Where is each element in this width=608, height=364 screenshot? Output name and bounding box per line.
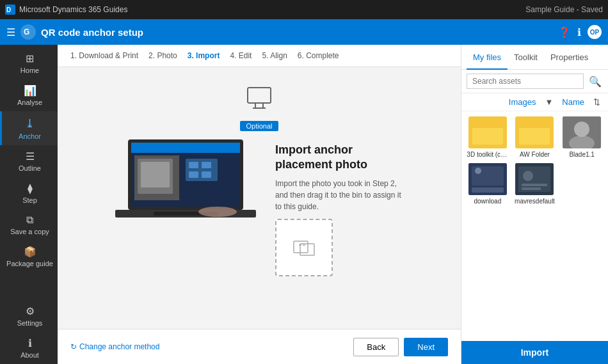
titlebar-left: D Microsoft Dynamics 365 Guides bbox=[5, 4, 127, 15]
svg-rect-24 bbox=[300, 244, 314, 255]
bottom-bar: ↻ Change anchor method Back Next bbox=[58, 329, 461, 364]
folder-thumb-3d-toolkit bbox=[468, 116, 507, 148]
main-layout: ⊞ Home 📊 Analyse ⤓ Anchor ☰ Outline ⧫ St… bbox=[0, 45, 608, 364]
main-content: 1. Download & Print 2. Photo 3. Import 4… bbox=[58, 45, 461, 364]
svg-point-36 bbox=[523, 171, 533, 181]
search-input[interactable] bbox=[467, 74, 584, 89]
sidebar-spacer bbox=[0, 273, 58, 300]
change-anchor-link[interactable]: ↻ Change anchor method bbox=[70, 342, 159, 351]
import-description: Import the photo you took in Step 2, and… bbox=[275, 178, 403, 212]
titlebar: D Microsoft Dynamics 365 Guides Sample G… bbox=[0, 0, 608, 19]
svg-point-15 bbox=[198, 207, 237, 217]
sidebar-label-outline: Outline bbox=[19, 164, 41, 172]
tab-properties[interactable]: Properties bbox=[544, 45, 595, 70]
nav-buttons: Back Next bbox=[353, 338, 448, 356]
sidebar-label-save-copy: Save a copy bbox=[10, 228, 49, 235]
svg-rect-38 bbox=[522, 187, 541, 190]
svg-point-28 bbox=[574, 122, 589, 137]
step-edit[interactable]: 4. Edit bbox=[230, 51, 252, 60]
sidebar-item-home[interactable]: ⊞ Home bbox=[0, 47, 58, 79]
guides-logo: G bbox=[20, 24, 36, 40]
svg-rect-22 bbox=[141, 162, 170, 187]
change-anchor-icon: ↻ bbox=[70, 342, 77, 351]
step-align[interactable]: 5. Align bbox=[262, 51, 287, 60]
asset-blade1[interactable]: ▶ Blade1.1 bbox=[561, 116, 603, 158]
sort-button[interactable]: ⇅ bbox=[591, 96, 603, 108]
laptop-illustration bbox=[115, 136, 256, 219]
app-title: Microsoft Dynamics 365 Guides bbox=[19, 5, 127, 14]
next-button[interactable]: Next bbox=[404, 338, 448, 356]
tab-toolkit[interactable]: Toolkit bbox=[508, 45, 544, 70]
sidebar-item-save-copy[interactable]: ⧉ Save a copy bbox=[0, 209, 58, 241]
svg-rect-19 bbox=[189, 171, 198, 178]
img-thumb-blade1: ▶ bbox=[563, 116, 601, 148]
dynamics-logo: D bbox=[5, 4, 15, 15]
step-complete[interactable]: 6. Complete bbox=[298, 51, 339, 60]
sidebar-item-step[interactable]: ⧫ Step bbox=[0, 177, 58, 209]
asset-label-download: download bbox=[474, 198, 501, 205]
text-area: Import anchor placement photo Import the… bbox=[275, 143, 403, 212]
tab-my-files[interactable]: My files bbox=[467, 45, 508, 70]
svg-text:G: G bbox=[24, 28, 29, 36]
sidebar-item-package-guide[interactable]: 📦 Package guide bbox=[0, 241, 58, 273]
info-icon[interactable]: ℹ bbox=[577, 26, 581, 38]
img-thumb-mavresdefault: ▶ bbox=[515, 163, 554, 195]
asset-label-blade1: Blade1.1 bbox=[569, 151, 594, 158]
change-anchor-label: Change anchor method bbox=[79, 342, 159, 351]
save-copy-icon: ⧉ bbox=[26, 214, 33, 226]
step-icon: ⧫ bbox=[28, 182, 33, 194]
asset-mavresdefault[interactable]: ▶ mavresdefault bbox=[514, 163, 556, 205]
analyse-icon: 📊 bbox=[24, 84, 36, 97]
asset-label-aw: AW Folder bbox=[520, 151, 550, 158]
optional-badge: Optional bbox=[240, 121, 279, 131]
doc-title: Sample Guide - Saved bbox=[525, 5, 603, 14]
about-icon: ℹ bbox=[28, 337, 32, 349]
content-area: Optional bbox=[58, 67, 461, 329]
svg-rect-37 bbox=[522, 184, 547, 186]
svg-point-32 bbox=[475, 168, 481, 174]
import-button[interactable]: Import bbox=[461, 341, 608, 364]
svg-rect-17 bbox=[189, 162, 198, 168]
user-avatar[interactable]: OP bbox=[588, 25, 602, 39]
outline-icon: ☰ bbox=[26, 150, 35, 162]
filter-button[interactable]: ▼ bbox=[542, 96, 556, 108]
sidebar-label-settings: Settings bbox=[17, 319, 43, 327]
help-circle-icon[interactable]: ❓ bbox=[558, 26, 571, 38]
asset-3d-toolkit[interactable]: 3D toolkit (custom) bbox=[467, 116, 509, 158]
name-view-button[interactable]: Name bbox=[559, 96, 587, 108]
images-view-button[interactable]: Images bbox=[506, 96, 539, 108]
content-main: Optional bbox=[115, 80, 403, 316]
asset-aw-folder[interactable]: AW Folder bbox=[514, 116, 556, 158]
step-import[interactable]: 3. Import bbox=[188, 51, 220, 60]
svg-text:D: D bbox=[6, 6, 11, 13]
sidebar-item-analyse[interactable]: 📊 Analyse bbox=[0, 79, 58, 111]
home-icon: ⊞ bbox=[26, 52, 34, 65]
app-header-title: QR code anchor setup bbox=[41, 27, 143, 38]
asset-download[interactable]: ▶ download bbox=[467, 163, 509, 205]
step-download[interactable]: 1. Download & Print bbox=[70, 51, 138, 60]
asset-label-mavresdefault: mavresdefault bbox=[515, 198, 555, 205]
assets-grid: 3D toolkit (custom) AW Folder ▶ bbox=[461, 111, 608, 341]
monitor-icon bbox=[246, 86, 272, 115]
sidebar-item-outline[interactable]: ☰ Outline bbox=[0, 145, 58, 177]
step-photo[interactable]: 2. Photo bbox=[148, 51, 177, 60]
sidebar-item-settings[interactable]: ⚙ Settings bbox=[0, 300, 58, 332]
sidebar-label-anchor: Anchor bbox=[19, 132, 41, 140]
sidebar: ⊞ Home 📊 Analyse ⤓ Anchor ☰ Outline ⧫ St… bbox=[0, 45, 58, 364]
drop-zone[interactable] bbox=[275, 219, 333, 276]
app-header: ☰ G QR code anchor setup ❓ ℹ OP bbox=[0, 19, 608, 45]
sidebar-item-anchor[interactable]: ⤓ Anchor bbox=[0, 111, 58, 145]
sidebar-label-analyse: Analyse bbox=[17, 99, 42, 106]
svg-rect-33 bbox=[472, 187, 504, 193]
back-button[interactable]: Back bbox=[353, 338, 399, 356]
search-button[interactable]: 🔍 bbox=[588, 74, 603, 89]
asset-label-3d-toolkit: 3D toolkit (custom) bbox=[467, 151, 508, 158]
sidebar-item-about[interactable]: ℹ About bbox=[0, 332, 58, 364]
import-title: Import anchor placement photo bbox=[275, 143, 403, 173]
appheader-left: ☰ G QR code anchor setup bbox=[6, 24, 143, 40]
view-row: Images ▼ Name ⇅ bbox=[461, 93, 608, 111]
hamburger-menu[interactable]: ☰ bbox=[6, 26, 15, 38]
sidebar-label-home: Home bbox=[20, 67, 39, 74]
right-panel: My files Toolkit Properties 🔍 Images ▼ N… bbox=[461, 45, 608, 364]
appheader-right: ❓ ℹ OP bbox=[558, 25, 602, 39]
